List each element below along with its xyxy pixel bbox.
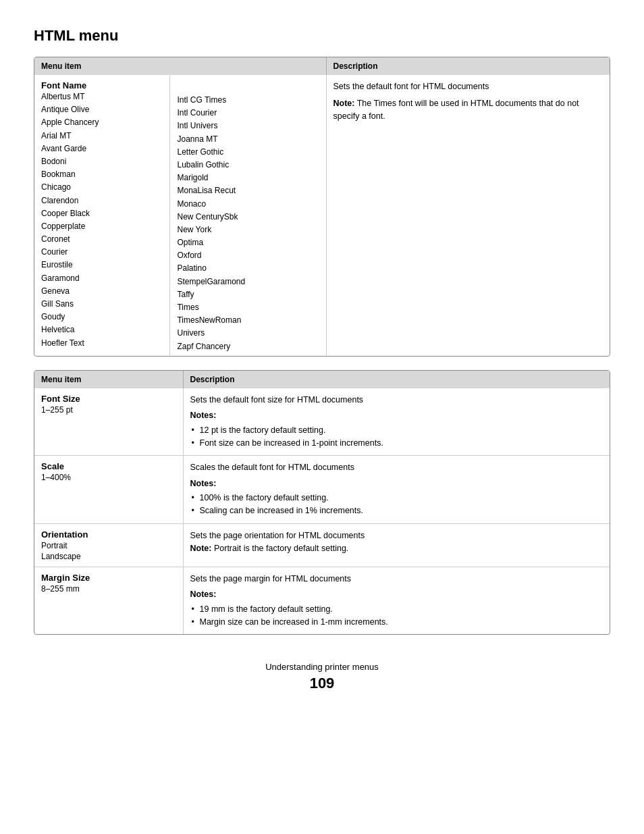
font-list-item: Times — [177, 301, 319, 314]
bullet-list: 19 mm is the factory default setting.Mar… — [190, 603, 603, 629]
font-list-item: Palatino — [177, 262, 319, 275]
font-list-item: Garamond — [41, 272, 163, 285]
font-list-item: Taffy — [177, 288, 319, 301]
font-list-item: Optima — [177, 236, 319, 249]
menu-item-sub: 1–400% — [41, 473, 176, 482]
font-list-item: Zapf Chancery — [177, 340, 319, 353]
note-prefix: Note: — [333, 99, 355, 108]
font-list-item: New York — [177, 224, 319, 236]
font-list-item: Courier — [41, 246, 163, 259]
list-item: 100% is the factory default setting. — [190, 492, 603, 504]
font-list-item: Goudy — [41, 311, 163, 323]
menu-item-sub: 1–255 pt — [41, 405, 176, 415]
menu-item-sub1: Portrait — [41, 541, 176, 550]
notes-label: Notes: — [190, 588, 603, 601]
list-item: Font size can be increased in 1-point in… — [190, 437, 603, 450]
font-list-item: Apple Chancery — [41, 116, 163, 129]
menu-item-sub: 8–255 mm — [41, 584, 176, 594]
font-list-item: Geneva — [41, 285, 163, 298]
font-list-item: StempelGaramond — [177, 276, 319, 288]
menu-item-bold: Orientation — [41, 529, 176, 540]
font-list-item: Copperplate — [41, 220, 163, 233]
font-name-label: Font Name — [41, 80, 163, 90]
table1-col3-header: Description — [326, 57, 610, 75]
note-text: The Times font will be used in HTML docu… — [333, 99, 579, 121]
table1-header-row: Menu item Description — [34, 57, 610, 75]
menu-item-cell: Scale1–400% — [34, 456, 183, 524]
font-list-item: Lubalin Gothic — [177, 159, 319, 172]
table2-body: Font Size1–255 ptSets the default font s… — [34, 388, 610, 635]
font-list-item: Joanna MT — [177, 133, 319, 146]
font-list-item: MonaLisa Recut — [177, 184, 319, 197]
table-row: Margin Size8–255 mmSets the page margin … — [34, 567, 610, 634]
settings-table: Menu item Description Font Size1–255 ptS… — [34, 370, 610, 635]
font-list-item: New CenturySbk — [177, 211, 319, 224]
font-col1-list: Albertus MTAntique OliveApple ChanceryAr… — [41, 90, 163, 350]
font-list-item: Intl Courier — [177, 107, 319, 120]
menu-item-cell: Margin Size8–255 mm — [34, 567, 183, 634]
list-item: Scaling can be increased in 1% increment… — [190, 504, 603, 517]
font-list-item: Eurostile — [41, 259, 163, 271]
font-col2-list: Intl CG TimesIntl CourierIntl UniversJoa… — [177, 94, 319, 353]
font-list-item: Hoefler Text — [41, 337, 163, 350]
font-list-item: Helvetica — [41, 323, 163, 336]
menu-item-cell: Font Size1–255 pt — [34, 388, 183, 456]
desc-line: Sets the page margin for HTML documents — [190, 573, 603, 585]
table1-col1-header: Menu item — [34, 57, 326, 75]
desc-cell: Scales the default font for HTML documen… — [183, 456, 610, 524]
font-list-item: Albertus MT — [41, 90, 163, 103]
notes-label: Notes: — [190, 409, 603, 422]
desc-cell: Sets the page orientation for HTML docum… — [183, 523, 610, 567]
bullet-list: 100% is the factory default setting.Scal… — [190, 492, 603, 518]
table-row: OrientationPortraitLandscapeSets the pag… — [34, 523, 610, 567]
font-name-desc-note: Note: The Times font will be used in HTM… — [333, 97, 603, 123]
table2-header-row: Menu item Description — [34, 371, 610, 388]
list-item: Margin size can be increased in 1-mm inc… — [190, 616, 603, 629]
font-list-item: Univers — [177, 327, 319, 340]
font-list-item: Letter Gothic — [177, 146, 319, 159]
font-name-row: Font Name Albertus MTAntique OliveApple … — [34, 75, 610, 356]
font-list-item: Bodoni — [41, 155, 163, 168]
footer: Understanding printer menus 109 — [34, 662, 610, 692]
font-name-desc-line1: Sets the default font for HTML documents — [333, 80, 603, 93]
font-list-item: Intl CG Times — [177, 94, 319, 107]
menu-item-cell: OrientationPortraitLandscape — [34, 523, 183, 567]
page-title: HTML menu — [34, 27, 610, 45]
bullet-list: 12 pt is the factory default setting.Fon… — [190, 424, 603, 450]
footer-page-number: 109 — [34, 675, 610, 692]
menu-item-bold: Scale — [41, 461, 176, 471]
desc-line: Sets the page orientation for HTML docum… — [190, 529, 603, 542]
list-item: 19 mm is the factory default setting. — [190, 603, 603, 616]
table-row: Scale1–400%Scales the default font for H… — [34, 456, 610, 524]
desc-cell: Sets the page margin for HTML documentsN… — [183, 567, 610, 634]
notes-label: Notes: — [190, 477, 603, 490]
font-list-item: Oxford — [177, 249, 319, 262]
font-list-item: Coronet — [41, 233, 163, 246]
font-list-item: Gill Sans — [41, 298, 163, 311]
footer-subtitle: Understanding printer menus — [265, 662, 379, 672]
font-list-item: Monaco — [177, 198, 319, 211]
table2-col1-header: Menu item — [34, 371, 183, 388]
desc-line: Sets the default font size for HTML docu… — [190, 394, 603, 407]
font-list-item: Antique Olive — [41, 103, 163, 116]
menu-item-sub2: Landscape — [41, 552, 176, 561]
menu-item-bold: Margin Size — [41, 573, 176, 583]
font-list-item: Clarendon — [41, 194, 163, 207]
desc-line: Scales the default font for HTML documen… — [190, 461, 603, 474]
font-list-item: Arial MT — [41, 130, 163, 142]
font-list-item: Avant Garde — [41, 142, 163, 155]
font-list-item: Marigold — [177, 172, 319, 184]
font-list-item: Bookman — [41, 168, 163, 181]
font-list-item: Intl Univers — [177, 120, 319, 132]
desc-cell: Sets the default font size for HTML docu… — [183, 388, 610, 456]
font-name-table: Menu item Description Font Name Albertus… — [34, 57, 610, 357]
font-list-item: TimesNewRoman — [177, 314, 319, 327]
table2-col2-header: Description — [183, 371, 610, 388]
list-item: 12 pt is the factory default setting. — [190, 424, 603, 437]
orientation-note: Note: Portrait is the factory default se… — [190, 542, 603, 555]
font-list-item: Cooper Black — [41, 207, 163, 220]
table-row: Font Size1–255 ptSets the default font s… — [34, 388, 610, 456]
menu-item-bold: Font Size — [41, 394, 176, 404]
font-list-item: Chicago — [41, 181, 163, 194]
